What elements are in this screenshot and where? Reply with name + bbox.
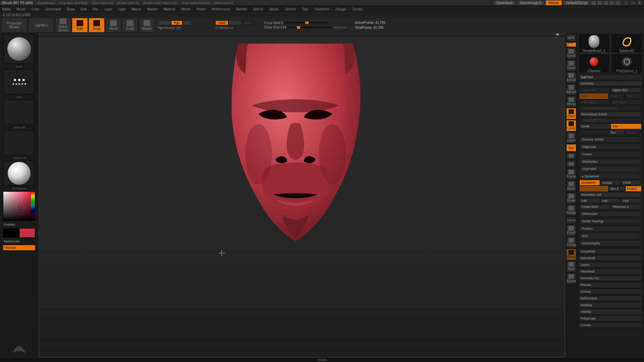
layout-icon-4[interactable] <box>609 1 614 5</box>
position-section[interactable]: Position <box>580 226 641 232</box>
nanomesh-section[interactable]: NanoMesh <box>578 255 643 261</box>
rgb-button[interactable]: Rgb <box>171 20 183 25</box>
draw-size-slider[interactable] <box>287 27 331 28</box>
mrgb-button[interactable]: Mrgb <box>158 20 171 25</box>
menu-alpha[interactable]: Alpha <box>2 7 11 11</box>
shadowbox-section[interactable]: ShadowBox <box>580 159 641 165</box>
lightbox-button[interactable]: LightBox <box>28 18 54 33</box>
menu-stencil[interactable]: Stencil <box>253 7 263 11</box>
floor-button[interactable]: Floor <box>566 108 576 119</box>
hue-bar[interactable] <box>31 192 35 221</box>
deformation-section[interactable]: Deformation <box>578 295 643 301</box>
freeze-subdiv-button[interactable]: Freeze SubDivision Levels <box>580 106 641 111</box>
zoom-button[interactable]: Zoom <box>566 60 576 71</box>
fibermesh-section[interactable]: FiberMesh <box>578 268 643 275</box>
dynamesh-button[interactable]: DynaMesh <box>580 180 600 185</box>
menu-stroke[interactable]: Stroke <box>269 7 279 11</box>
resolution-slider[interactable]: Resolution 128 <box>580 192 641 197</box>
suv-toggle[interactable]: Suv <box>609 130 625 135</box>
layout-icon-1[interactable] <box>591 1 596 5</box>
actual-button[interactable]: Actual <box>566 72 576 83</box>
reconstruct-button[interactable]: Reconstruct Subdiv <box>580 112 641 117</box>
zcut-button[interactable]: Zcut <box>242 20 254 25</box>
gradient-toggle[interactable]: Gradient <box>3 222 35 227</box>
sculpt-mesh[interactable] <box>215 44 376 251</box>
layers-section[interactable]: Layers <box>578 262 643 268</box>
menu-document[interactable]: Document <box>46 7 61 11</box>
zremesher-section[interactable]: ZRemesher <box>580 211 641 217</box>
menu-brush[interactable]: Brush <box>17 7 25 11</box>
and-button[interactable]: And <box>621 198 641 203</box>
texture-slot[interactable] <box>4 130 35 155</box>
tool-thumb-2[interactable]: ZSphere <box>578 54 610 73</box>
arraymesh-section[interactable]: ArrayMesh <box>578 248 643 254</box>
geometryhd-section[interactable]: Geometry HD <box>578 275 643 281</box>
scroll-button[interactable]: Scroll <box>566 48 576 59</box>
size-section[interactable]: Size <box>580 233 641 239</box>
ghost-button[interactable]: Ghost <box>566 249 576 260</box>
bpr-button[interactable]: BPR <box>566 34 576 42</box>
move-mode-button[interactable]: Move <box>105 18 121 33</box>
focal-shift-slider[interactable] <box>284 22 328 23</box>
menu-preferences[interactable]: Preferences <box>212 7 230 11</box>
scale-mode-button[interactable]: Scale <box>122 18 138 33</box>
claypolish-section[interactable]: ClayPolish <box>580 166 641 172</box>
z-intensity-slider[interactable]: Z Intensity 51 <box>215 25 259 30</box>
persp-button[interactable]: Persp <box>566 96 576 107</box>
visibility-section[interactable]: Visibility <box>578 309 643 315</box>
menu-render[interactable]: Render <box>236 7 247 11</box>
resize-grip-icon[interactable] <box>317 359 327 361</box>
polyf-button[interactable]: PolyF <box>566 225 576 236</box>
add-button[interactable]: Add <box>580 198 600 203</box>
meshintegrity-section[interactable]: MeshIntegrity <box>580 240 641 246</box>
sdiv-slider[interactable]: SDiv <box>580 94 608 99</box>
layout-icon-3[interactable] <box>603 1 608 5</box>
draw-mode-button[interactable]: Draw <box>89 18 105 33</box>
lower-res-button[interactable]: Lower Res <box>580 87 610 93</box>
tool-thumb-0[interactable]: SimpleBrush_1 <box>578 34 610 53</box>
groups-toggle[interactable]: Groups <box>600 180 621 185</box>
rot-z-button[interactable] <box>566 160 576 168</box>
close-button[interactable]: ✕ <box>637 1 643 5</box>
contact-section[interactable]: Contact <box>578 322 643 328</box>
rgb-intensity-slider[interactable]: Rgb Intensity 100 <box>158 25 201 30</box>
menu-zscript[interactable]: Zscript <box>352 7 362 11</box>
primary-color-swatch[interactable] <box>19 228 35 238</box>
minimize-button[interactable]: _ <box>623 1 629 5</box>
geometry-panel-header[interactable]: Geometry <box>578 81 643 86</box>
project-toggle[interactable]: Project <box>626 186 642 191</box>
menu-transform[interactable]: Transform <box>314 7 329 11</box>
edit-mode-button[interactable]: Edit <box>72 18 88 33</box>
tool-thumb-3[interactable]: PolySphere_1 <box>611 54 643 73</box>
seethrough-slider[interactable]: See-through 0 <box>517 0 544 5</box>
menus-toggle[interactable]: Menus <box>546 0 562 5</box>
quicksketch-button[interactable]: Quick Sketch <box>55 18 71 33</box>
quicksave-button[interactable]: QuickSave <box>493 0 516 5</box>
timeline[interactable] <box>38 33 566 36</box>
tool-thumb-1[interactable]: Sphere3D <box>611 34 643 53</box>
rot-y-button[interactable] <box>566 152 576 160</box>
switchcolor-button[interactable]: SwitchColor <box>3 239 35 244</box>
aahalf-button[interactable]: AAHalf <box>566 84 576 95</box>
stroke-slot[interactable] <box>4 69 35 94</box>
polish-toggle[interactable]: Polish <box>621 180 641 185</box>
material-slot[interactable] <box>4 161 35 186</box>
projection-master-button[interactable]: Projection Master <box>1 18 28 33</box>
blur-slider[interactable]: Blur 2 <box>609 186 625 191</box>
crease-section[interactable]: Crease <box>580 151 641 157</box>
divide-button[interactable]: Divide <box>580 124 610 129</box>
menu-zplugin[interactable]: Zplugin <box>335 7 346 11</box>
edgeloop-section[interactable]: EdgeLoop <box>580 144 641 150</box>
menu-marker[interactable]: Marker <box>147 7 157 11</box>
frame-button[interactable]: Frame <box>566 168 576 180</box>
alternate-button[interactable]: Alternate <box>3 245 35 250</box>
higher-res-button[interactable]: Higher Res <box>611 87 641 93</box>
subtool-panel-header[interactable]: SubTool <box>578 74 643 80</box>
convert-bpr-button[interactable]: Convert BPR To Geo <box>580 118 641 123</box>
menu-light[interactable]: Light <box>118 7 126 11</box>
del-lower-button[interactable]: Del Lower <box>580 100 610 105</box>
sub-button[interactable]: Sub <box>600 198 621 203</box>
menu-draw[interactable]: Draw <box>67 7 74 11</box>
color-selector[interactable] <box>19 206 21 209</box>
rediv-button[interactable]: ReDiv <box>626 130 642 135</box>
